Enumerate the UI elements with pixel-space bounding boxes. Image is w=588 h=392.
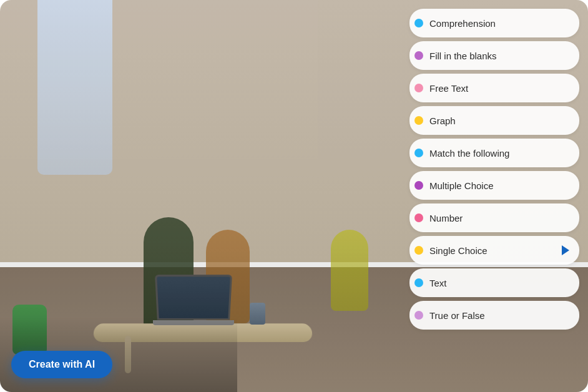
main-scene: ComprehensionFill in the blanksFree Text… bbox=[0, 0, 588, 392]
dot-free-text bbox=[414, 84, 423, 92]
label-multiple-choice: Multiple Choice bbox=[429, 180, 569, 191]
menu-item-fill-in-blanks[interactable]: Fill in the blanks bbox=[409, 41, 579, 70]
bg-person-3 bbox=[331, 230, 368, 311]
window-light bbox=[37, 0, 112, 175]
cursor-icon bbox=[562, 245, 569, 255]
label-match-following: Match the following bbox=[429, 148, 569, 159]
menu-item-text[interactable]: Text bbox=[409, 268, 579, 297]
label-text: Text bbox=[429, 278, 569, 288]
dot-graph bbox=[414, 116, 423, 125]
dot-true-or-false bbox=[414, 311, 423, 320]
menu-item-match-following[interactable]: Match the following bbox=[409, 139, 579, 167]
label-graph: Graph bbox=[429, 115, 569, 126]
question-type-menu: ComprehensionFill in the blanksFree Text… bbox=[409, 9, 579, 330]
dot-match-following bbox=[414, 149, 423, 157]
dot-comprehension bbox=[414, 19, 423, 27]
desk-leg bbox=[125, 336, 131, 373]
label-single-choice: Single Choice bbox=[429, 245, 558, 256]
dot-number bbox=[414, 213, 423, 222]
menu-item-free-text[interactable]: Free Text bbox=[409, 74, 579, 102]
label-number: Number bbox=[429, 213, 569, 223]
menu-item-multiple-choice[interactable]: Multiple Choice bbox=[409, 171, 579, 200]
dot-single-choice bbox=[414, 246, 423, 255]
label-true-or-false: True or False bbox=[429, 310, 569, 321]
menu-item-number[interactable]: Number bbox=[409, 203, 579, 232]
menu-item-graph[interactable]: Graph bbox=[409, 106, 579, 135]
create-with-ai-button[interactable]: Create with AI bbox=[11, 351, 112, 378]
laptop bbox=[156, 275, 231, 325]
dot-multiple-choice bbox=[414, 181, 423, 190]
menu-item-comprehension[interactable]: Comprehension bbox=[409, 9, 579, 37]
label-fill-in-blanks: Fill in the blanks bbox=[429, 51, 569, 61]
backpack bbox=[12, 305, 47, 355]
menu-item-true-or-false[interactable]: True or False bbox=[409, 301, 579, 330]
dot-fill-in-blanks bbox=[414, 51, 423, 60]
label-comprehension: Comprehension bbox=[429, 18, 569, 29]
pencil-cup bbox=[250, 303, 265, 325]
laptop-screen bbox=[155, 275, 232, 320]
laptop-base bbox=[153, 320, 234, 325]
dot-text bbox=[414, 278, 423, 287]
label-free-text: Free Text bbox=[429, 83, 569, 94]
menu-item-single-choice[interactable]: Single Choice bbox=[409, 236, 579, 265]
